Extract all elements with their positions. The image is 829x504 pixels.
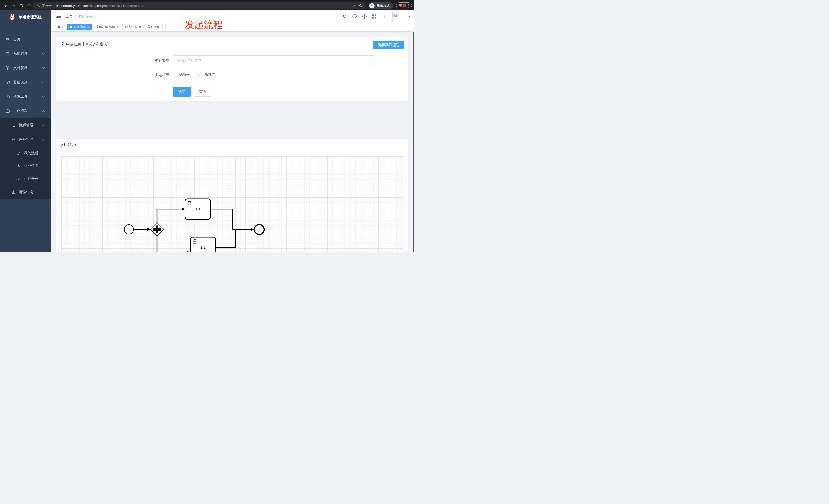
chevron-up-icon — [42, 110, 45, 112]
browser-toolbar: 不安全 dashboard.yudao.iocoder.cn/bpm/proce… — [0, 1, 414, 10]
end-event-node[interactable] — [254, 225, 264, 234]
tag-3[interactable]: 已办任务× — [122, 24, 143, 30]
user-task-1-2-node[interactable]: 1.2 — [190, 237, 216, 252]
key-icon[interactable] — [352, 4, 357, 8]
reload-icon[interactable] — [18, 3, 25, 9]
diagram-header: 流程图 — [56, 139, 408, 151]
diagram-title: 流程图 — [66, 142, 77, 147]
checkbox-option-1[interactable]: 选项二 — [199, 73, 216, 77]
user-task-icon — [188, 201, 191, 205]
checkbox-icon[interactable] — [173, 73, 176, 77]
select-other-process-button[interactable]: 选择其它流程 — [373, 41, 404, 49]
sidebar-item-label: 请假查询 — [19, 190, 33, 194]
logo-avatar — [8, 13, 16, 21]
sidebar-item-11[interactable]: 请假查询 — [0, 185, 51, 199]
text-field-label: *单行文本 — [56, 55, 169, 65]
search-icon[interactable] — [342, 13, 348, 19]
forward-icon[interactable] — [10, 3, 17, 9]
tag-0[interactable]: 首页 — [55, 24, 66, 30]
tag-label: 已办任务 — [125, 25, 137, 29]
apply-info-card: 申请信息【测试多审批人】 选择其它流程 *单行文本 *多选框组 选项一选项二 提… — [56, 37, 409, 102]
sidebar-item-label: 任务管理 — [19, 137, 33, 142]
form-actions: 提交 重置 — [173, 87, 212, 96]
sidebar-item-9[interactable]: 待办任务 — [0, 159, 51, 172]
annotation-title: 发起流程 — [185, 20, 223, 29]
help-icon[interactable] — [362, 13, 367, 19]
user-avatar[interactable] — [392, 11, 402, 22]
process-diagram-card: 流程图 — [56, 139, 409, 252]
parallel-gateway-node[interactable] — [150, 223, 164, 236]
sidebar-item-1[interactable]: 系统管理 — [0, 46, 51, 61]
insecure-label[interactable]: 不安全 — [42, 4, 52, 8]
briefcase-icon — [5, 108, 10, 114]
sidebar: 芋道管理系统 首页系统管理支付管理基础设施研发工具工作流程 流程管理任务管理我的… — [0, 10, 51, 252]
github-icon[interactable] — [352, 13, 358, 19]
tags-view-bar: 首页发起流程×流程表单-编辑×已办任务×我的流程× — [51, 23, 414, 32]
reset-button[interactable]: 重置 — [193, 87, 212, 96]
close-icon[interactable]: × — [117, 26, 119, 29]
active-dot-icon — [70, 26, 72, 28]
update-label: 更新 — [399, 4, 406, 8]
svg-text:T: T — [383, 14, 385, 18]
bpmn-canvas[interactable]: 1.1 1.2 — [61, 156, 403, 252]
app-logo[interactable]: 芋道管理系统 — [0, 10, 51, 23]
home-icon[interactable] — [26, 3, 32, 9]
breadcrumb-home[interactable]: 首页 — [66, 14, 73, 18]
sidebar-item-label: 流程管理 — [19, 123, 33, 127]
gear-icon — [5, 51, 10, 56]
tag-2[interactable]: 流程表单-编辑× — [93, 24, 121, 30]
sidebar-item-5[interactable]: 工作流程 — [0, 104, 51, 118]
font-size-icon[interactable]: TT — [381, 13, 387, 19]
sidebar-item-label: 研发工具 — [13, 94, 28, 99]
apply-form: *单行文本 *多选框组 选项一选项二 提交 重置 — [56, 51, 408, 102]
fullscreen-icon[interactable] — [371, 13, 377, 19]
checkbox-icon[interactable] — [199, 73, 202, 77]
sidebar-item-3[interactable]: 基础设施 — [0, 75, 51, 89]
star-icon[interactable] — [359, 4, 363, 8]
chevron-down-icon — [42, 81, 45, 83]
top-navbar: 首页 / 发起流程 TT — [51, 10, 414, 23]
sidebar-toggle-icon[interactable] — [55, 13, 62, 20]
checkbox-option-0[interactable]: 选项一 — [173, 73, 190, 77]
single-line-text-input[interactable] — [173, 55, 375, 65]
close-icon[interactable]: × — [161, 26, 163, 29]
incognito-icon — [369, 3, 374, 8]
sidebar-item-6[interactable]: 流程管理 — [0, 118, 51, 132]
checkbox-label: 选项二 — [205, 73, 216, 77]
url-text[interactable]: dashboard.yudao.iocoder.cn/bpm/process-i… — [56, 4, 144, 8]
chrome-update-button[interactable]: 更新 — [396, 2, 412, 9]
url-bar[interactable]: 不安全 dashboard.yudao.iocoder.cn/bpm/proce… — [33, 2, 366, 9]
sidebar-item-7[interactable]: 任务管理 — [0, 132, 51, 147]
submit-button[interactable]: 提交 — [173, 87, 191, 96]
incognito-badge[interactable]: 无痕模式 — [368, 2, 393, 9]
sidebar-item-4[interactable]: 研发工具 — [0, 89, 51, 104]
flow-icon — [11, 137, 16, 142]
chevron-down-icon — [42, 96, 45, 98]
back-icon[interactable] — [3, 3, 9, 9]
sidebar-item-2[interactable]: 支付管理 — [0, 61, 51, 75]
tag-1[interactable]: 发起流程× — [67, 24, 92, 30]
sidebar-item-8[interactable]: 我的流程 — [0, 147, 51, 159]
breadcrumb-separator: / — [75, 14, 76, 18]
sidebar-submenu-workflow: 流程管理任务管理我的流程待办任务已办任务请假查询 — [0, 118, 51, 199]
page-scrollbar[interactable] — [413, 10, 414, 252]
tag-4[interactable]: 我的流程× — [145, 24, 166, 30]
user-task-1-1-node[interactable]: 1.1 — [185, 199, 211, 219]
start-event-node[interactable] — [124, 225, 134, 234]
close-icon[interactable]: × — [87, 26, 89, 29]
eye-icon — [16, 163, 21, 168]
page-content: 申请信息【测试多审批人】 选择其它流程 *单行文本 *多选框组 选项一选项二 提… — [51, 32, 414, 252]
user-icon — [11, 190, 16, 195]
chevron-up-icon — [42, 139, 45, 141]
sidebar-item-label: 支付管理 — [13, 66, 28, 70]
menu-dots-icon[interactable] — [408, 4, 409, 8]
close-icon[interactable]: × — [139, 26, 141, 29]
sidebar-item-0[interactable]: 首页 — [0, 32, 51, 46]
eye-closed-icon — [16, 176, 21, 181]
task-label: 1.1 — [195, 207, 201, 211]
monitor-icon — [5, 80, 10, 85]
sidebar-item-label: 已办任务 — [24, 176, 38, 181]
sidebar-item-10[interactable]: 已办任务 — [0, 172, 51, 185]
avatar-caret-icon[interactable] — [408, 15, 410, 17]
sidebar-item-label: 首页 — [13, 37, 21, 42]
